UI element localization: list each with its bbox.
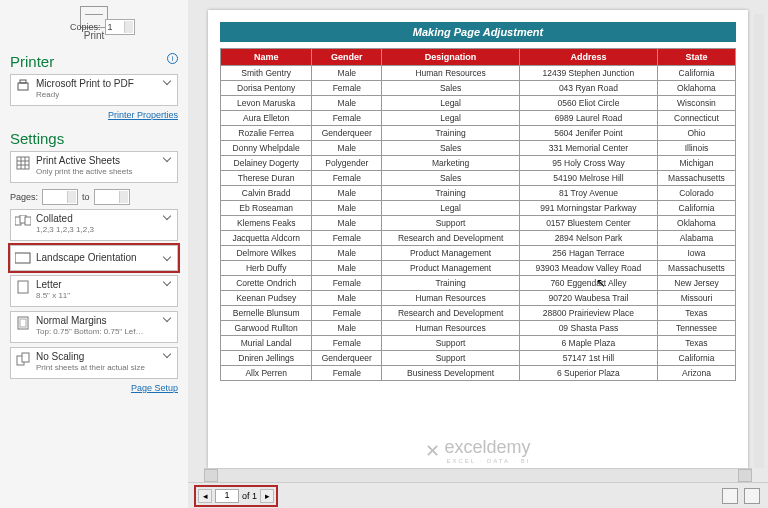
scaling-dropdown[interactable]: No Scaling Print sheets at their actual … (10, 347, 178, 379)
table-row: Klemens FeaksMaleSupport0157 Bluestem Ce… (221, 216, 736, 231)
table-row: Keenan PudseyMaleHuman Resources90720 Wa… (221, 291, 736, 306)
printer-name: Microsoft Print to PDF (36, 78, 159, 90)
scroll-right-button[interactable] (738, 469, 752, 482)
margins-dropdown[interactable]: Normal Margins Top: 0.75" Bottom: 0.75" … (10, 311, 178, 343)
svg-rect-10 (15, 253, 30, 263)
data-table: NameGenderDesignationAddressState Smith … (220, 48, 736, 381)
printer-section-title: Printer (10, 53, 178, 70)
margins-icon (15, 315, 31, 331)
table-row: Garwood RulltonMaleHuman Resources09 Sha… (221, 321, 736, 336)
preview-page: Making Page Adjustment NameGenderDesigna… (208, 10, 748, 468)
chevron-down-icon (163, 278, 171, 286)
column-header: Name (221, 49, 312, 66)
page-setup-link[interactable]: Page Setup (10, 383, 178, 393)
printer-status-icon (15, 78, 31, 94)
prev-page-button[interactable]: ◂ (198, 489, 212, 503)
pages-range-row: Pages: to (10, 189, 178, 205)
chevron-down-icon (163, 77, 171, 85)
chevron-down-icon (163, 212, 171, 220)
table-row: Murial LandalFemaleSupport6 Maple PlazaT… (221, 336, 736, 351)
landscape-icon (15, 250, 31, 266)
column-header: Designation (382, 49, 520, 66)
print-what-dropdown[interactable]: Print Active Sheets Only print the activ… (10, 151, 178, 183)
table-row: Corette OndrichFemaleTraining760 Eggenda… (221, 276, 736, 291)
svg-rect-0 (18, 83, 28, 90)
vertical-scrollbar[interactable] (754, 14, 764, 468)
table-row: Allx PerrenFemaleBusiness Development6 S… (221, 366, 736, 381)
svg-rect-2 (17, 157, 29, 169)
pages-from-stepper[interactable] (42, 189, 78, 205)
table-row: Eb RoseamanMaleLegal991 Morningstar Park… (221, 201, 736, 216)
page-icon (15, 279, 31, 295)
printer-status: Ready (36, 90, 159, 99)
scroll-left-button[interactable] (204, 469, 218, 482)
svg-rect-11 (18, 281, 28, 293)
table-row: Delainey DogertyPolygenderMarketing95 Ho… (221, 156, 736, 171)
chevron-down-icon (163, 253, 171, 261)
chevron-down-icon (163, 314, 171, 322)
svg-rect-13 (20, 319, 26, 327)
scaling-icon (15, 351, 31, 367)
table-row: Rozalie FerreaGenderqueerTraining5604 Je… (221, 126, 736, 141)
orientation-dropdown[interactable]: Landscape Orientation (10, 245, 178, 271)
table-row: Dniren JellingsGenderqueerSupport57147 1… (221, 351, 736, 366)
table-row: Therese DuranFemaleSales54190 Melrose Hi… (221, 171, 736, 186)
svg-rect-15 (22, 353, 29, 362)
copies-row: Copies: 1 (70, 19, 178, 35)
table-row: Aura ElletonFemaleLegal6989 Laurel RoadC… (221, 111, 736, 126)
preview-footer: ◂ 1 of 1 ▸ (188, 482, 768, 508)
page-nav-highlight: ◂ 1 of 1 ▸ (196, 487, 276, 505)
pages-to-label: to (82, 192, 90, 202)
pages-label: Pages: (10, 192, 38, 202)
page-of-label: of 1 (242, 491, 257, 501)
column-header: Gender (312, 49, 382, 66)
chevron-down-icon (163, 350, 171, 358)
next-page-button[interactable]: ▸ (260, 489, 274, 503)
table-row: Calvin BraddMaleTraining81 Troy AvenueCo… (221, 186, 736, 201)
print-preview-pane: Making Page Adjustment NameGenderDesigna… (188, 0, 768, 508)
table-row: Delmore WilkesMaleProduct Management256 … (221, 246, 736, 261)
table-row: Jacquetta AldcornFemaleResearch and Deve… (221, 231, 736, 246)
table-row: Herb DuffyMaleProduct Management93903 Me… (221, 261, 736, 276)
sheets-icon (15, 155, 31, 171)
table-row: Levon MaruskaMaleLegal0560 Eliot CircleW… (221, 96, 736, 111)
copies-label: Copies: (70, 22, 101, 32)
table-row: Bernelle BlunsumFemaleResearch and Devel… (221, 306, 736, 321)
zoom-to-page-button[interactable] (744, 488, 760, 504)
page-number-input[interactable]: 1 (215, 489, 239, 503)
show-margins-button[interactable] (722, 488, 738, 504)
paper-size-dropdown[interactable]: Letter 8.5" x 11" (10, 275, 178, 307)
svg-rect-9 (25, 217, 31, 225)
printer-dropdown[interactable]: Microsoft Print to PDF Ready (10, 74, 178, 106)
table-row: Smith GentryMaleHuman Resources12439 Ste… (221, 66, 736, 81)
settings-section-title: Settings (10, 130, 178, 147)
info-icon[interactable]: i (167, 53, 178, 64)
collation-dropdown[interactable]: Collated 1,2,3 1,2,3 1,2,3 (10, 209, 178, 241)
table-row: Donny WhelpdaleMaleSales331 Memorial Cen… (221, 141, 736, 156)
column-header: Address (519, 49, 657, 66)
print-sidebar: Print Copies: 1 Printer i Microsoft Prin… (0, 0, 188, 508)
pages-to-stepper[interactable] (94, 189, 130, 205)
sheet-title-banner: Making Page Adjustment (220, 22, 736, 42)
chevron-down-icon (163, 154, 171, 162)
printer-properties-link[interactable]: Printer Properties (10, 110, 178, 120)
horizontal-scrollbar[interactable] (204, 468, 752, 482)
copies-stepper[interactable]: 1 (105, 19, 135, 35)
table-row: Dorisa PentonyFemaleSales043 Ryan RoadOk… (221, 81, 736, 96)
svg-rect-1 (20, 80, 26, 83)
collated-icon (15, 213, 31, 229)
column-header: State (657, 49, 735, 66)
